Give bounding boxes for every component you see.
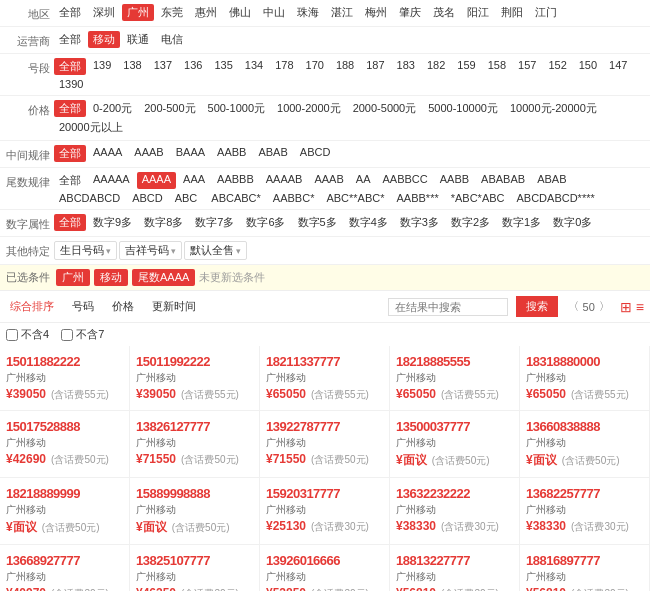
tail-aaa[interactable]: AAA <box>178 172 210 189</box>
product-card[interactable]: 18218889999 广州移动 ¥面议 (含话费50元) <box>0 478 130 545</box>
product-card[interactable]: 13668927777 广州移动 ¥40970 (含话费30元) <box>0 545 130 591</box>
price-all[interactable]: 全部 <box>54 100 86 117</box>
page-prev[interactable]: 〈 <box>566 299 581 314</box>
exclude-4-checkbox[interactable]: 不含4 <box>6 327 49 342</box>
region-tag-zhanjiang[interactable]: 湛江 <box>326 4 358 21</box>
seg-178[interactable]: 178 <box>270 58 298 75</box>
region-tag-shenzhen[interactable]: 深圳 <box>88 4 120 21</box>
mid-abcd[interactable]: ABCD <box>295 145 336 162</box>
product-card[interactable]: 18211337777 广州移动 ¥65050 (含话费55元) <box>260 346 390 411</box>
digit-4[interactable]: 数字4多 <box>344 214 393 231</box>
selected-tag-guangzhou[interactable]: 广州 <box>56 269 90 286</box>
seg-187[interactable]: 187 <box>361 58 389 75</box>
seg-136[interactable]: 136 <box>179 58 207 75</box>
product-card[interactable]: 15011882222 广州移动 ¥39050 (含话费55元) <box>0 346 130 411</box>
seg-137[interactable]: 137 <box>149 58 177 75</box>
operator-tag-unicom[interactable]: 联通 <box>122 31 154 48</box>
product-card[interactable]: 13682257777 广州移动 ¥38330 (含话费30元) <box>520 478 650 545</box>
product-card[interactable]: 13826127777 广州移动 ¥71550 (含话费50元) <box>130 411 260 478</box>
tail-abab[interactable]: ABAB <box>532 172 571 189</box>
seg-150[interactable]: 150 <box>574 58 602 75</box>
seg-147[interactable]: 147 <box>604 58 632 75</box>
seg-all[interactable]: 全部 <box>54 58 86 75</box>
region-tag-all[interactable]: 全部 <box>54 4 86 21</box>
birthday-dropdown[interactable]: 生日号码 <box>54 241 117 260</box>
operator-tag-all[interactable]: 全部 <box>54 31 86 48</box>
tail-abcstar[interactable]: ABC**ABC* <box>321 191 389 205</box>
product-card[interactable]: 15011992222 广州移动 ¥39050 (含话费55元) <box>130 346 260 411</box>
mid-aaab[interactable]: AAAB <box>129 145 168 162</box>
product-card[interactable]: 13825107777 广州移动 ¥46250 (含话费30元) <box>130 545 260 591</box>
seg-152[interactable]: 152 <box>543 58 571 75</box>
digit-3[interactable]: 数字3多 <box>395 214 444 231</box>
tail-aaaa[interactable]: AAAA <box>137 172 176 189</box>
tail-abcdabcd4[interactable]: ABCDABCD**** <box>512 191 600 205</box>
page-next[interactable]: 〉 <box>597 299 612 314</box>
seg-135[interactable]: 135 <box>209 58 237 75</box>
tail-abcabc[interactable]: ABCABC* <box>206 191 266 205</box>
price-20000up[interactable]: 20000元以上 <box>54 119 128 136</box>
seg-157[interactable]: 157 <box>513 58 541 75</box>
tail-aa[interactable]: AA <box>351 172 376 189</box>
selected-tag-tail[interactable]: 尾数AAAA <box>132 269 195 286</box>
sort-comprehensive[interactable]: 综合排序 <box>6 297 58 316</box>
region-tag-zhongshan[interactable]: 中山 <box>258 4 290 21</box>
price-1000-2000[interactable]: 1000-2000元 <box>272 100 346 117</box>
region-tag-maoming[interactable]: 茂名 <box>428 4 460 21</box>
tail-abcdabcd[interactable]: ABCDABCD <box>54 191 125 205</box>
price-5000-10000[interactable]: 5000-10000元 <box>423 100 503 117</box>
tail-abcd[interactable]: ABCD <box>127 191 168 205</box>
region-tag-dongguan[interactable]: 东莞 <box>156 4 188 21</box>
product-card[interactable]: 13926016666 广州移动 ¥52850 (含话费30元) <box>260 545 390 591</box>
price-10000-20000[interactable]: 10000元-20000元 <box>505 100 602 117</box>
region-tag-huizhou[interactable]: 惠州 <box>190 4 222 21</box>
seg-134[interactable]: 134 <box>240 58 268 75</box>
seg-188[interactable]: 188 <box>331 58 359 75</box>
sort-time[interactable]: 更新时间 <box>148 297 200 316</box>
digit-all[interactable]: 全部 <box>54 214 86 231</box>
exclude-7-checkbox[interactable]: 不含7 <box>61 327 104 342</box>
price-200-500[interactable]: 200-500元 <box>139 100 200 117</box>
digit-8[interactable]: 数字8多 <box>139 214 188 231</box>
product-card[interactable]: 18218885555 广州移动 ¥65050 (含话费55元) <box>390 346 520 411</box>
tail-aabb[interactable]: AABB <box>435 172 474 189</box>
digit-9[interactable]: 数字9多 <box>88 214 137 231</box>
product-card[interactable]: 18813227777 广州移动 ¥56810 (含话费30元) <box>390 545 520 591</box>
seg-139[interactable]: 139 <box>88 58 116 75</box>
tail-abc[interactable]: ABC <box>170 191 203 205</box>
product-card[interactable]: 13660838888 广州移动 ¥面议 (含话费50元) <box>520 411 650 478</box>
product-card[interactable]: 13632232222 广州移动 ¥38330 (含话费30元) <box>390 478 520 545</box>
digit-2[interactable]: 数字2多 <box>446 214 495 231</box>
tail-aaaaa[interactable]: AAAAA <box>88 172 135 189</box>
seg-170[interactable]: 170 <box>301 58 329 75</box>
seg-183[interactable]: 183 <box>392 58 420 75</box>
tail-abcabc2[interactable]: *ABC*ABC <box>446 191 510 205</box>
region-tag-zhuhai[interactable]: 珠海 <box>292 4 324 21</box>
region-tag-meizhou[interactable]: 梅州 <box>360 4 392 21</box>
digit-6[interactable]: 数字6多 <box>241 214 290 231</box>
digit-0[interactable]: 数字0多 <box>548 214 597 231</box>
digit-7[interactable]: 数字7多 <box>190 214 239 231</box>
mid-all[interactable]: 全部 <box>54 145 86 162</box>
selected-tag-mobile[interactable]: 移动 <box>94 269 128 286</box>
product-card[interactable]: 18816897777 广州移动 ¥56810 (含话费30元) <box>520 545 650 591</box>
seg-138[interactable]: 138 <box>118 58 146 75</box>
tail-aabbc[interactable]: AABBC* <box>268 191 320 205</box>
product-card[interactable]: 15889998888 广州移动 ¥面议 (含话费50元) <box>130 478 260 545</box>
region-tag-jiangmen[interactable]: 江门 <box>530 4 562 21</box>
tail-aabbb[interactable]: AABBB <box>212 172 259 189</box>
seg-1390[interactable]: 1390 <box>54 77 88 91</box>
seg-159[interactable]: 159 <box>452 58 480 75</box>
grid-view-icon[interactable]: ⊞ <box>620 299 632 315</box>
tail-ababab[interactable]: ABABAB <box>476 172 530 189</box>
digit-5[interactable]: 数字5多 <box>293 214 342 231</box>
exclude-4-input[interactable] <box>6 329 18 341</box>
search-button[interactable]: 搜索 <box>516 296 558 317</box>
tail-aabbcc[interactable]: AABBCC <box>377 172 432 189</box>
sort-price[interactable]: 价格 <box>108 297 138 316</box>
price-2000-5000[interactable]: 2000-5000元 <box>348 100 422 117</box>
price-0-200[interactable]: 0-200元 <box>88 100 137 117</box>
price-500-1000[interactable]: 500-1000元 <box>203 100 271 117</box>
product-card[interactable]: 15017528888 广州移动 ¥42690 (含话费50元) <box>0 411 130 478</box>
default-dropdown[interactable]: 默认全售 <box>184 241 247 260</box>
